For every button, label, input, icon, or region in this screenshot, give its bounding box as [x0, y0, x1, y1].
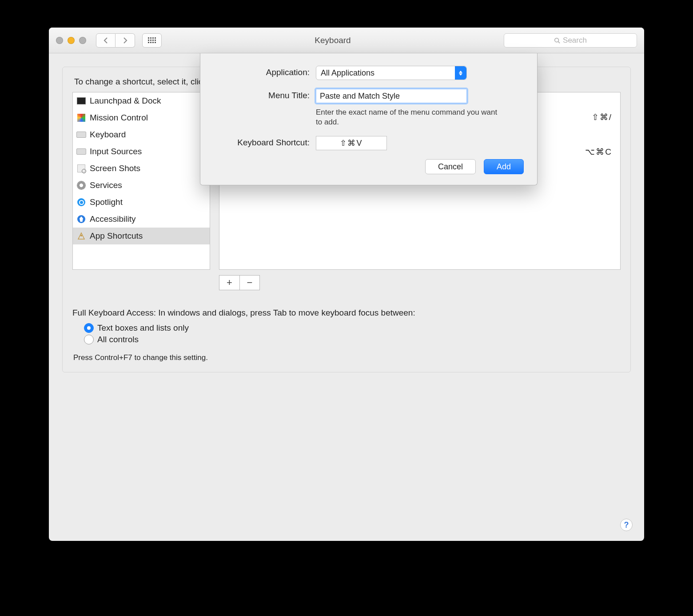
chevron-up-down-icon	[455, 66, 466, 80]
accessibility-icon	[76, 214, 86, 224]
application-select[interactable]: All Applications	[316, 66, 467, 80]
mission-control-icon	[76, 113, 86, 123]
shortcut-keys[interactable]: ⇧⌘/	[592, 112, 612, 122]
category-launchpad[interactable]: Launchpad & Dock	[73, 92, 210, 109]
add-shortcut-button[interactable]: +	[219, 275, 239, 290]
cancel-button[interactable]: Cancel	[425, 159, 476, 174]
radio-text-boxes[interactable]: Text boxes and lists only	[84, 323, 621, 333]
category-input-sources[interactable]: Input Sources	[73, 143, 210, 160]
launchpad-icon	[76, 96, 86, 106]
menu-title-label: Menu Title:	[214, 89, 316, 100]
search-icon	[554, 37, 560, 44]
search-input[interactable]: Search	[504, 33, 637, 48]
keyboard-shortcut-label: Keyboard Shortcut:	[214, 136, 316, 148]
add-shortcut-sheet: Application: All Applications Menu Title…	[200, 53, 538, 185]
keyboard-shortcut-input[interactable]	[316, 136, 387, 150]
screenshot-icon	[76, 164, 86, 173]
full-keyboard-access-label: Full Keyboard Access: In windows and dia…	[72, 308, 621, 318]
show-all-button[interactable]	[142, 33, 162, 48]
app-shortcuts-icon	[76, 231, 86, 241]
category-app-shortcuts[interactable]: App Shortcuts	[73, 228, 210, 244]
category-label: Spotlight	[90, 197, 123, 207]
category-keyboard[interactable]: Keyboard	[73, 126, 210, 143]
minimize-window-button[interactable]	[68, 37, 75, 44]
keyboard-icon	[76, 130, 86, 140]
help-button[interactable]: ?	[620, 519, 633, 531]
keyboard-icon	[76, 147, 86, 156]
remove-shortcut-button[interactable]: −	[239, 275, 260, 290]
category-label: Mission Control	[90, 113, 148, 123]
category-accessibility[interactable]: Accessibility	[73, 211, 210, 228]
shortcut-keys[interactable]: ⌥⌘C	[585, 147, 612, 157]
spotlight-icon	[76, 197, 86, 207]
grid-icon	[148, 37, 156, 43]
traffic-lights	[56, 37, 86, 44]
category-list[interactable]: Launchpad & Dock Mission Control Keyboar…	[72, 92, 210, 270]
svg-point-2	[80, 235, 82, 236]
category-mission-control[interactable]: Mission Control	[73, 109, 210, 126]
radio-icon	[84, 323, 94, 333]
nav-buttons	[96, 33, 135, 48]
close-window-button[interactable]	[56, 37, 63, 44]
svg-line-1	[558, 41, 560, 43]
category-label: Accessibility	[90, 214, 135, 224]
add-remove-buttons: + −	[219, 275, 621, 290]
category-screen-shots[interactable]: Screen Shots	[73, 160, 210, 177]
category-label: Launchpad & Dock	[90, 96, 161, 106]
category-label: Services	[90, 180, 122, 190]
forward-button[interactable]	[116, 33, 135, 48]
footnote: Press Control+F7 to change this setting.	[73, 353, 621, 362]
zoom-window-button[interactable]	[79, 37, 86, 44]
radio-icon	[84, 335, 94, 344]
add-button[interactable]: Add	[484, 159, 524, 174]
window-title: Keyboard	[167, 36, 498, 45]
category-label: App Shortcuts	[90, 231, 143, 241]
category-spotlight[interactable]: Spotlight	[73, 194, 210, 211]
gear-icon	[76, 180, 86, 190]
search-placeholder: Search	[563, 36, 587, 45]
application-value: All Applications	[321, 68, 374, 78]
titlebar: Keyboard Search	[49, 28, 644, 53]
category-services[interactable]: Services	[73, 177, 210, 194]
radio-label: Text boxes and lists only	[97, 323, 189, 333]
svg-point-0	[555, 38, 559, 42]
back-button[interactable]	[96, 33, 116, 48]
menu-title-input[interactable]	[316, 89, 467, 103]
application-label: Application:	[214, 66, 316, 77]
category-label: Keyboard	[90, 130, 126, 140]
radio-all-controls[interactable]: All controls	[84, 335, 621, 344]
menu-title-help: Enter the exact name of the menu command…	[316, 108, 502, 127]
preferences-window: Keyboard Search To change a shortcut, se…	[49, 28, 644, 541]
radio-label: All controls	[97, 335, 139, 344]
category-label: Input Sources	[90, 147, 142, 156]
category-label: Screen Shots	[90, 164, 140, 173]
